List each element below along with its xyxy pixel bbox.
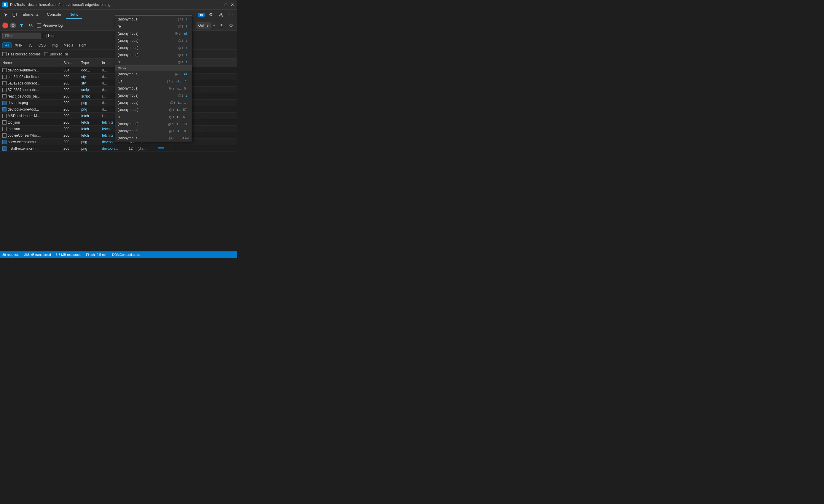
hide-checkbox[interactable] — [43, 34, 47, 38]
cell-name: install-extension-fr... — [0, 146, 62, 150]
type-btn-media[interactable]: Media — [61, 42, 76, 48]
record-button[interactable] — [2, 22, 8, 28]
resources-size: 6.6 MB resources — [56, 253, 81, 257]
file-icon — [2, 114, 7, 118]
more-icon[interactable]: ··· — [227, 11, 235, 19]
type-btn-font[interactable]: Font — [77, 42, 89, 48]
dropdown-item[interactable]: pt @ t t... — [115, 59, 192, 66]
cell-name: toc.json — [0, 120, 62, 124]
cell-status: 200 — [62, 94, 80, 98]
app-icon: E — [2, 2, 8, 7]
cell-name: devtools.png — [0, 101, 62, 105]
dropdown-item[interactable]: (anonymous) @ ul ul... — [115, 71, 192, 78]
preserve-log-label: Preserve log — [43, 23, 63, 27]
cell-status: 200 — [62, 81, 80, 85]
blocked-cookies-checkbox[interactable] — [2, 52, 7, 56]
cell-init: devtools... — [101, 146, 127, 150]
dropdown-item[interactable]: Qa @ ul ul... 7 ... — [115, 78, 192, 85]
settings-icon[interactable]: ⚙ — [207, 11, 215, 19]
tab-elements[interactable]: Elements — [19, 10, 42, 19]
dropdown-item[interactable]: (anonymous) @ t t... — [115, 51, 192, 59]
col-header-type[interactable]: Type — [80, 61, 101, 65]
blocked-re-checkbox[interactable] — [44, 52, 48, 56]
dropdown-section-other: Other — [115, 66, 192, 71]
cell-name: devtools-core-tool... — [0, 107, 62, 111]
dropdown-item[interactable]: (anonymous) @ t t... — [115, 37, 192, 44]
net-settings-icon[interactable]: ⚙ — [227, 22, 235, 29]
blocked-cookies-check[interactable]: Has blocked cookies — [2, 52, 40, 56]
blocked-re-check[interactable]: Blocked Re — [44, 52, 68, 56]
close-button[interactable]: ✕ — [230, 2, 235, 7]
dropdown-item[interactable]: (anonymous) @ s s... 5 ... — [115, 85, 192, 92]
cursor-icon[interactable] — [2, 11, 9, 18]
dropdown-item[interactable]: (anonymous) @ t t... — [115, 92, 192, 99]
cell-name: devtools-guide-ch... — [0, 68, 62, 72]
table-row[interactable]: install-extension-fr... 200 png devtools… — [0, 145, 237, 152]
dom-content-loaded: DOMContentLoade — [112, 253, 140, 257]
minimize-button[interactable]: — — [217, 2, 222, 7]
dropdown-item[interactable]: (anonymous) @ ul ul... — [115, 30, 192, 37]
type-btn-css[interactable]: CSS — [36, 42, 48, 48]
cell-type: png — [80, 101, 101, 105]
cell-status: 200 — [62, 114, 80, 118]
titlebar: E DevTools - docs.microsoft.com/en-us/mi… — [0, 0, 237, 9]
svg-rect-0 — [12, 13, 16, 16]
search-icon[interactable] — [27, 22, 35, 29]
dropdown-item[interactable]: (anonymous) @ f f... — [115, 16, 192, 23]
file-icon — [2, 94, 7, 98]
dropdown-item[interactable]: (anonymous) @ i i... 4 ms — [115, 134, 192, 142]
type-btn-js[interactable]: JS — [26, 42, 35, 48]
cell-status: 200 — [62, 127, 80, 131]
tab-network[interactable]: Netw — [66, 10, 82, 19]
col-header-name[interactable]: Name — [0, 61, 62, 65]
type-btn-xhr[interactable]: XHR — [12, 42, 25, 48]
dropdown-item[interactable]: (anonymous) @ t t... 1 ... — [115, 99, 192, 106]
dropdown-item[interactable]: pt @ t t... 51... — [115, 113, 192, 120]
svg-line-5 — [12, 25, 14, 26]
status-bar: 39 requests 268 kB transferred 6.6 MB re… — [0, 251, 237, 258]
cell-type: fetch — [80, 133, 101, 137]
cell-time: 12 ... (dis... — [127, 146, 148, 150]
stop-button[interactable] — [10, 22, 16, 28]
cell-type: styl... — [80, 81, 101, 85]
upload-icon[interactable] — [218, 22, 225, 29]
cell-status: 200 — [62, 107, 80, 111]
filter-icon[interactable] — [18, 22, 25, 29]
window-title: DevTools - docs.microsoft.com/en-us/micr… — [10, 3, 215, 7]
throttling-select[interactable]: Online — [196, 22, 211, 28]
cell-status: 200 — [62, 146, 80, 150]
file-icon — [2, 101, 7, 105]
cell-name: 87a3687.index-do... — [0, 88, 62, 92]
dropdown-item[interactable]: (anonymous) @ t t... 57... — [115, 106, 192, 113]
file-icon — [2, 146, 7, 150]
type-btn-img[interactable]: Img — [49, 42, 60, 48]
cell-type: png — [80, 140, 101, 144]
notification-badge: 10 — [198, 13, 205, 17]
cell-name: react_devtools_ba... — [0, 94, 62, 98]
blocked-re-label: Blocked Re — [50, 52, 68, 56]
screen-icon[interactable] — [11, 11, 18, 18]
cell-type: fetch — [80, 127, 101, 131]
col-header-status[interactable]: Stat... — [62, 61, 80, 65]
type-btn-all[interactable]: All — [2, 42, 12, 48]
dropdown-item[interactable]: re @ f f... — [115, 23, 192, 30]
hide-data-urls-check[interactable]: Hide — [43, 34, 56, 38]
dropdown-item[interactable]: (anonymous) @ s s... 79... — [115, 120, 192, 127]
user-icon[interactable] — [217, 11, 225, 19]
svg-point-3 — [220, 13, 222, 15]
filter-input[interactable] — [2, 33, 41, 39]
maximize-button[interactable]: □ — [224, 2, 228, 7]
dropdown-item[interactable]: (anonymous) @ s s... 0 ... — [115, 127, 192, 134]
cell-name: 5a8a71c1.concept... — [0, 81, 62, 85]
file-icon — [2, 75, 7, 79]
svg-point-6 — [30, 24, 32, 26]
cell-status: 200 — [62, 75, 80, 79]
cell-type: script — [80, 88, 101, 92]
window-controls: — □ ✕ — [217, 2, 235, 7]
cell-name: ceb54b02.site-ltr.css — [0, 75, 62, 79]
dropdown-item[interactable]: (anonymous) @ t t... — [115, 44, 192, 51]
cell-type: styl... — [80, 75, 101, 79]
cell-type: doc... — [80, 68, 101, 72]
tab-console[interactable]: Console — [43, 10, 65, 19]
preserve-log-checkbox[interactable] — [37, 23, 41, 27]
